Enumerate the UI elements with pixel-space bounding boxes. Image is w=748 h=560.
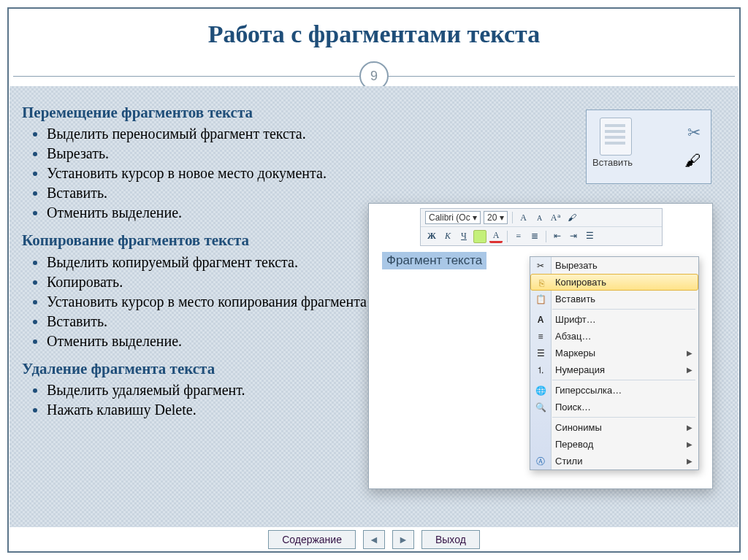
ctx-styles-label: Стили (555, 456, 582, 467)
paste-icon[interactable] (600, 118, 632, 156)
list-item: Вставить. (47, 183, 489, 203)
align-center-icon[interactable]: ≣ (528, 231, 541, 242)
submenu-arrow-icon: ▶ (687, 349, 692, 357)
change-case-icon[interactable]: Aᵃ (549, 212, 562, 223)
font-icon: A (535, 314, 546, 326)
paste-icon: 📋 (535, 294, 546, 305)
ctx-find[interactable]: 🔍 Поиск… (530, 399, 698, 415)
ctx-bullets[interactable]: ☰ Маркеры ▶ (530, 345, 698, 361)
shrink-font-icon[interactable]: A (533, 212, 546, 223)
ctx-numbering[interactable]: ⒈ Нумерация ▶ (530, 361, 698, 378)
submenu-arrow-icon: ▶ (687, 366, 692, 374)
decrease-indent-icon[interactable]: ⇤ (551, 231, 564, 242)
find-icon: 🔍 (535, 402, 546, 413)
bold-icon[interactable]: Ж (425, 231, 438, 242)
submenu-arrow-icon: ▶ (687, 457, 692, 465)
selected-text[interactable]: Фрагмент текста (382, 252, 486, 269)
styles-icon: Ⓐ (535, 456, 546, 467)
ctx-font[interactable]: A Шрифт… (530, 311, 698, 328)
section-heading-move: Перемещение фрагментов текста (22, 102, 489, 123)
cut-icon: ✂ (535, 260, 546, 272)
underline-icon[interactable]: Ч (457, 231, 470, 242)
slide: Работа с фрагментами текста 9 Перемещени… (0, 0, 748, 560)
ctx-cut[interactable]: ✂ Вырезать (530, 257, 698, 274)
ctx-translate-label: Перевод (555, 439, 593, 450)
list-item: Выделить переносимый фрагмент текста. (47, 124, 489, 144)
italic-icon[interactable]: К (441, 231, 454, 242)
highlight-icon[interactable] (473, 230, 486, 243)
format-painter-icon[interactable]: 🖌 (565, 212, 579, 223)
bullets-icon[interactable]: ☰ (583, 231, 596, 242)
font-size-box[interactable]: 20 ▾ (484, 211, 508, 224)
clipboard-panel: Вставить ✂ 🖌 (586, 110, 711, 184)
exit-button[interactable]: Выход (421, 530, 480, 549)
hyperlink-icon: 🌐 (535, 385, 546, 396)
ctx-hyperlink-label: Гиперссылка… (555, 385, 622, 396)
ctx-paragraph-label: Абзац… (555, 331, 591, 342)
context-menu: ✂ Вырезать ⎘ Копировать 📋 Вставить A Шри… (530, 256, 699, 470)
ctx-bullets-label: Маркеры (555, 348, 595, 358)
prev-slide-button[interactable]: ◄ (363, 530, 385, 549)
ctx-separator (552, 417, 695, 418)
increase-indent-icon[interactable]: ⇥ (567, 231, 580, 242)
submenu-arrow-icon: ▶ (687, 423, 692, 431)
ctx-copy-label: Копировать (555, 277, 606, 288)
ctx-synonyms-label: Синонимы (555, 422, 602, 433)
paragraph-icon: ≡ (535, 331, 546, 342)
ctx-separator (552, 309, 695, 310)
ctx-find-label: Поиск… (555, 402, 591, 413)
ctx-paste[interactable]: 📋 Вставить (530, 291, 698, 307)
submenu-arrow-icon: ▶ (687, 440, 692, 448)
ctx-paragraph[interactable]: ≡ Абзац… (530, 328, 698, 345)
ctx-numbering-label: Нумерация (555, 364, 605, 375)
ctx-styles[interactable]: Ⓐ Стили ▶ (530, 453, 698, 469)
font-color-icon[interactable]: A (489, 229, 503, 243)
mini-toolbar: Calibri (Ос ▾ 20 ▾ A A Aᵃ 🖌 Ж К Ч A ≡ ≣ … (420, 208, 663, 246)
ctx-paste-label: Вставить (555, 294, 595, 304)
slide-title: Работа с фрагментами текста (0, 20, 748, 48)
cut-icon[interactable]: ✂ (687, 123, 701, 142)
bottom-nav: Содержание ◄ ► Выход (0, 530, 748, 549)
paste-label[interactable]: Вставить (592, 157, 633, 168)
font-family-box[interactable]: Calibri (Ос ▾ (425, 211, 481, 224)
ctx-hyperlink[interactable]: 🌐 Гиперссылка… (530, 382, 698, 399)
list-item: Установить курсор в новое место документ… (47, 164, 489, 183)
bullets-icon: ☰ (535, 348, 546, 359)
ctx-synonyms[interactable]: Синонимы ▶ (530, 419, 698, 436)
ctx-copy[interactable]: ⎘ Копировать (530, 274, 698, 291)
page-rule: 9 (13, 66, 735, 86)
align-left-icon[interactable]: ≡ (512, 231, 525, 242)
format-painter-icon[interactable]: 🖌 (684, 151, 701, 170)
list-item: Вырезать. (47, 144, 489, 164)
numbering-icon: ⒈ (535, 364, 546, 376)
ctx-translate[interactable]: Перевод ▶ (530, 436, 698, 453)
ctx-separator (552, 380, 695, 380)
ctx-font-label: Шрифт… (555, 314, 596, 325)
ctx-cut-label: Вырезать (555, 260, 598, 271)
grow-font-icon[interactable]: A (517, 212, 530, 223)
contents-button[interactable]: Содержание (268, 530, 356, 549)
copy-icon: ⎘ (535, 277, 547, 289)
next-slide-button[interactable]: ► (392, 530, 414, 549)
word-window: Calibri (Ос ▾ 20 ▾ A A Aᵃ 🖌 Ж К Ч A ≡ ≣ … (368, 203, 713, 489)
